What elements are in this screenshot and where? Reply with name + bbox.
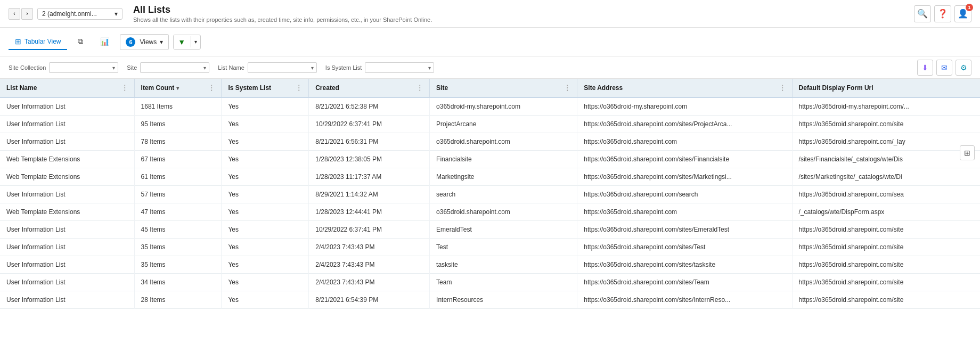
list-name-select[interactable] [248,62,317,73]
cell-is_system_list: Yes [222,97,309,116]
cell-default_display_form_url: https://o365droid.sharepoint.com/site [792,116,980,133]
cell-item_count: 35 Items [134,239,222,256]
list-name-label: List Name [218,64,244,71]
cell-created: 8/21/2021 6:56:31 PM [309,133,430,151]
is-system-list-select-wrapper [365,62,434,73]
cell-is_system_list: Yes [222,116,309,133]
cell-site: Financialsite [430,151,577,168]
cell-item_count: 34 Items [134,274,222,291]
toolbar: ⊞ Tabular View ⧉ 📊 6 Views ▾ ▼ ▾ [0,28,980,56]
cell-item_count: 47 Items [134,203,222,221]
site-select-wrapper [140,62,209,73]
col-drag-site-address[interactable]: ⋮ [779,84,786,92]
cell-default_display_form_url: https://o365droid.sharepoint.com/sea [792,186,980,203]
sort-icon-item-count: ▾ [176,85,179,91]
cell-item_count: 35 Items [134,256,222,274]
corner-settings-icon[interactable]: ⊞ [960,145,975,160]
top-bar-left: ‹ › 2 (admeight.onmi... ▾ All Lists Show… [9,4,432,23]
cell-is_system_list: Yes [222,274,309,291]
cell-default_display_form_url: /_catalogs/wte/DispForm.aspx [792,203,980,221]
email-icon-button[interactable]: ✉ [936,60,952,76]
cell-site_address: https://o365droid.sharepoint.com/sites/T… [577,239,792,256]
table-row: User Information List57 ItemsYes8/29/202… [0,186,980,203]
is-system-list-select[interactable] [365,62,434,73]
tenant-name: 2 (admeight.onmi... [42,10,97,18]
cell-site: InternResources [430,291,577,309]
copy-tab[interactable]: ⧉ [71,34,89,50]
cell-default_display_form_url: https://o365droid.sharepoint.com/_lay [792,133,980,151]
top-bar: ‹ › 2 (admeight.onmi... ▾ All Lists Show… [0,0,980,28]
col-drag-site[interactable]: ⋮ [564,84,570,92]
col-drag-item-count[interactable]: ⋮ [208,84,215,92]
cell-item_count: 67 Items [134,151,222,168]
cell-item_count: 28 Items [134,291,222,309]
views-dropdown[interactable]: 6 Views ▾ [120,34,169,50]
cell-item_count: 57 Items [134,186,222,203]
table-row: Web Template Extensions67 ItemsYes1/28/2… [0,151,980,168]
col-header-created[interactable]: Created ⋮ [309,79,430,97]
account-button[interactable]: 👤 1 [954,5,971,22]
table-container: List Name ⋮ Item Count ▾ ⋮ Is System Lis… [0,79,980,344]
cell-site: o365droid-my.sharepoint.com [430,97,577,116]
filter-dropdown-arrow: ▾ [191,36,200,47]
help-button[interactable]: ❓ [934,5,951,22]
cell-default_display_form_url: https://o365droid-my.sharepoint.com/... [792,97,980,116]
col-label-list-name: List Name [6,84,37,92]
chart-tab[interactable]: 📊 [94,34,116,50]
table-body: User Information List1681 ItemsYes8/21/2… [0,97,980,309]
col-label-created: Created [315,84,339,92]
tenant-dropdown[interactable]: 2 (admeight.onmi... ▾ [37,8,123,20]
table-row: Web Template Extensions61 ItemsYes1/28/2… [0,168,980,186]
col-header-item-count[interactable]: Item Count ▾ ⋮ [134,79,222,97]
settings-icon-button[interactable]: ⚙ [956,60,971,76]
col-header-site[interactable]: Site ⋮ [430,79,577,97]
cell-default_display_form_url: /sites/Marketingsite/_catalogs/wte/Di [792,168,980,186]
col-header-is-system-list[interactable]: Is System List ⋮ [222,79,309,97]
table-row: Web Template Extensions47 ItemsYes1/28/2… [0,203,980,221]
nav-prev-button[interactable]: ‹ [9,8,20,20]
site-collection-select[interactable] [49,62,118,73]
download-icon-button[interactable]: ⬇ [917,60,933,76]
col-label-site-address: Site Address [584,84,623,92]
site-filter-group: Site [127,62,209,73]
filter-button[interactable]: ▼ ▾ [173,35,201,50]
col-drag-created[interactable]: ⋮ [416,84,423,92]
cell-default_display_form_url: https://o365droid.sharepoint.com/site [792,239,980,256]
tabular-view-tab[interactable]: ⊞ Tabular View [9,34,67,50]
cell-created: 2/4/2023 7:43:43 PM [309,256,430,274]
cell-site: ProjectArcane [430,116,577,133]
cell-created: 1/28/2023 12:44:41 PM [309,203,430,221]
cell-list_name: User Information List [0,97,134,116]
cell-site: Team [430,274,577,291]
cell-site_address: https://o365droid.sharepoint.com/sites/t… [577,256,792,274]
views-label: Views [140,38,157,46]
table-row: User Information List34 ItemsYes2/4/2023… [0,274,980,291]
views-chevron-icon: ▾ [160,38,163,46]
col-header-list-name[interactable]: List Name ⋮ [0,79,134,97]
col-drag-list-name[interactable]: ⋮ [121,84,128,92]
col-header-site-address[interactable]: Site Address ⋮ [577,79,792,97]
tenant-chevron-icon: ▾ [115,10,118,18]
cell-list_name: User Information List [0,274,134,291]
cell-list_name: User Information List [0,221,134,239]
nav-next-button[interactable]: › [21,8,33,20]
cell-is_system_list: Yes [222,133,309,151]
chart-icon: 📊 [100,37,109,46]
table-row: User Information List1681 ItemsYes8/21/2… [0,97,980,116]
site-select[interactable] [140,62,209,73]
copy-icon: ⧉ [78,37,83,46]
search-button[interactable]: 🔍 [914,5,931,22]
cell-list_name: User Information List [0,291,134,309]
col-label-is-system-list: Is System List [228,84,271,92]
col-header-default-display-form-url[interactable]: Default Display Form Url [792,79,980,97]
cell-default_display_form_url: https://o365droid.sharepoint.com/site [792,274,980,291]
col-label-default-display-form-url: Default Display Form Url [799,84,873,92]
site-collection-filter-group: Site Collection [9,62,118,73]
cell-list_name: Web Template Extensions [0,151,134,168]
is-system-list-label: Is System List [325,64,362,71]
table-row: User Information List95 ItemsYes10/29/20… [0,116,980,133]
page-subtitle: Shows all the lists with their propertie… [133,17,432,23]
cell-created: 8/21/2021 6:54:39 PM [309,291,430,309]
col-drag-is-system-list[interactable]: ⋮ [296,84,302,92]
cell-site: search [430,186,577,203]
